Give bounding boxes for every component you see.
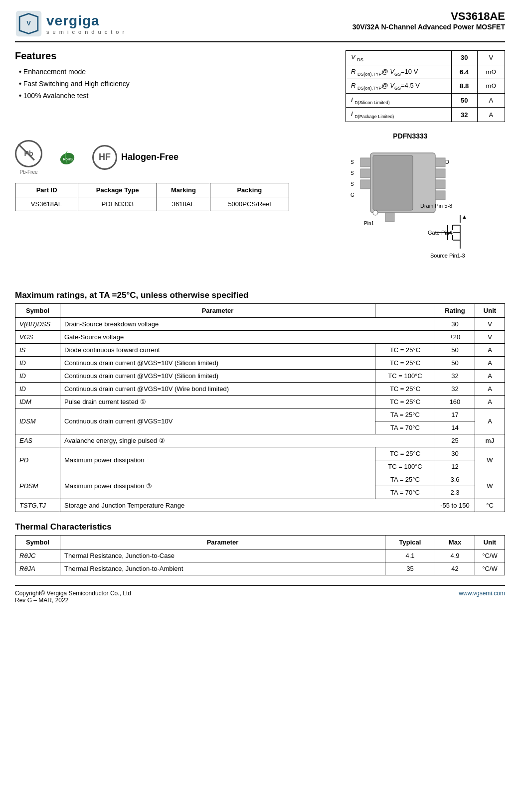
param-is: Diode continuous forward current (60, 343, 375, 356)
spec-summary-table: V DS 30 V R DS(on),TYP@ VGS=10 V 6.4 mΩ … (346, 50, 505, 122)
features-list: Enhancement mode Fast Switching and High… (15, 68, 336, 100)
part-info-th-marking: Marking (157, 183, 210, 197)
row-pdsm-1: PDSM Maximum power dissipation ③ TA = 25… (15, 473, 505, 486)
th-thermal-param: Parameter (60, 535, 385, 549)
svg-text:S: S (350, 170, 354, 176)
features-row: Features Enhancement mode Fast Switching… (15, 50, 505, 122)
svg-text:S: S (350, 181, 354, 187)
param-idsm: Continuous drain current @VGS=10V (60, 408, 375, 434)
svg-text:D: D (445, 159, 449, 165)
param-rthjc: Thermal Resistance, Junction-to-Case (60, 549, 385, 562)
param-pdsm: Maximum power dissipation ③ (60, 473, 375, 499)
sym-pdsm: PDSM (15, 473, 60, 499)
rating-idm: 160 (435, 395, 475, 408)
unit-rthjc: °C/W (475, 549, 505, 562)
param-id-wb: Continuous drain current @VGS=10V (Wire … (60, 382, 375, 395)
right-middle: PDFN3333 D S (316, 132, 505, 282)
part-info-data-row: VS3618AE PDFN3333 3618AE 5000PCS/Reel (15, 197, 289, 211)
sym-rthjc: RθJC (15, 549, 60, 562)
spec-row-rds45: R DS(on),TYP@ VGS=4.5 V 8.8 mΩ (346, 79, 505, 94)
sym-is: IS (15, 343, 60, 356)
row-vgs: VGS Gate-Source voltage ±20 V (15, 330, 505, 343)
param-id-si-25: Continuous drain current @VGS=10V (Silic… (60, 356, 375, 369)
param-rthja: Thermal Resistance, Junction-to-Ambient (60, 562, 385, 575)
rating-vgs: ±20 (435, 330, 475, 343)
th-conditions (375, 303, 435, 317)
rating-pdsm-1: 3.6 (435, 473, 475, 486)
svg-rect-10 (435, 158, 445, 167)
spec-param-rds10: R DS(on),TYP@ VGS=10 V (346, 65, 452, 79)
sym-id-si-100: ID (15, 369, 60, 382)
unit-id-si-100: A (475, 369, 505, 382)
spec-value-rds45: 8.8 (451, 79, 477, 94)
cond-pdsm-2: TA = 70°C (375, 486, 435, 499)
svg-text:V: V (26, 19, 31, 27)
spec-value-rds10: 6.4 (451, 65, 477, 79)
th-thermal-max: Max (435, 535, 475, 549)
cond-id-si-25: TC = 25°C (375, 356, 435, 369)
part-info-pkg: PDFN3333 (78, 197, 157, 211)
param-tstg: Storage and Junction Temperature Range (60, 499, 435, 512)
thermal-title: Thermal Characteristics (15, 522, 505, 532)
spec-param-id-pkg: I D(Package Limited) (346, 108, 452, 122)
row-id-wb: ID Continuous drain current @VGS=10V (Wi… (15, 382, 505, 395)
logo-area: V vergiga s e m i c o n d u c t o r (15, 10, 125, 37)
max-ratings-header: Symbol Parameter Rating Unit (15, 303, 505, 317)
row-rthja: RθJA Thermal Resistance, Junction-to-Amb… (15, 562, 505, 575)
footer-website[interactable]: www.vgsemi.com (459, 590, 505, 604)
part-info-th-packing: Packing (210, 183, 289, 197)
sym-tstg: TSTG,TJ (15, 499, 60, 512)
max-ratings-section: Maximum ratings, at TA =25°C, unless oth… (15, 290, 505, 512)
svg-rect-11 (435, 169, 445, 178)
footer-website-link[interactable]: www.vgsemi.com (459, 590, 505, 597)
spec-unit-id-pkg: A (477, 108, 505, 122)
sym-id-si-25: ID (15, 356, 60, 369)
unit-is: A (475, 343, 505, 356)
unit-idm: A (475, 395, 505, 408)
rating-pd-1: 30 (435, 447, 475, 460)
svg-rect-13 (435, 191, 445, 200)
svg-point-15 (373, 210, 378, 215)
svg-rect-12 (435, 180, 445, 189)
spec-param-id-si: I D(Silicon Limited) (346, 93, 452, 108)
param-vbrdss: Drain-Source breakdown voltage (60, 317, 435, 330)
svg-rect-6 (373, 155, 413, 210)
part-info-marking: 3618AE (157, 197, 210, 211)
param-idm: Pulse drain current tested ① (60, 395, 375, 408)
th-parameter: Parameter (60, 303, 375, 317)
rating-pdsm-2: 2.3 (435, 486, 475, 499)
rohs-leaf-icon: RoHS (57, 147, 77, 167)
rating-idsm-1: 17 (435, 408, 475, 421)
cond-id-si-100: TC = 100°C (375, 369, 435, 382)
row-id-si-25: ID Continuous drain current @VGS=10V (Si… (15, 356, 505, 369)
th-unit: Unit (475, 303, 505, 317)
spec-value-id-pkg: 32 (451, 108, 477, 122)
sym-idm: IDM (15, 395, 60, 408)
part-info-table: Part ID Package Type Marking Packing VS3… (15, 183, 289, 211)
cond-is: TC = 25°C (375, 343, 435, 356)
rating-idsm-2: 14 (435, 421, 475, 434)
unit-rthja: °C/W (475, 562, 505, 575)
unit-pdsm: W (475, 473, 505, 499)
logo-semi-text: s e m i c o n d u c t o r (46, 29, 125, 35)
svg-rect-14 (385, 213, 394, 222)
cond-idm: TC = 25°C (375, 395, 435, 408)
logo-vergiga-text: vergiga (46, 13, 125, 29)
package-label: PDFN3333 (393, 132, 427, 140)
spec-row-rds10: R DS(on),TYP@ VGS=10 V 6.4 mΩ (346, 65, 505, 79)
row-pd-1: PD Maximum power dissipation TC = 25°C 3… (15, 447, 505, 460)
row-vbrdss: V(BR)DSS Drain-Source breakdown voltage … (15, 317, 505, 330)
typical-rthja: 35 (385, 562, 435, 575)
page-footer: Copyright© Vergiga Semiconductor Co., Lt… (15, 585, 505, 604)
features-section: Features Enhancement mode Fast Switching… (15, 50, 336, 104)
th-thermal-symbol: Symbol (15, 535, 60, 549)
spec-unit-id-si: A (477, 93, 505, 108)
rohs-badge: RoHS (57, 147, 77, 167)
sym-eas: EAS (15, 434, 60, 447)
typical-rthjc: 4.1 (385, 549, 435, 562)
rating-is: 50 (435, 343, 475, 356)
sym-vgs: VGS (15, 330, 60, 343)
part-title: VS3618AE 30V/32A N-Channel Advanced Powe… (352, 10, 505, 31)
hf-badge: HF Halogen-Free (92, 145, 178, 170)
spec-summary: V DS 30 V R DS(on),TYP@ VGS=10 V 6.4 mΩ … (346, 50, 505, 122)
